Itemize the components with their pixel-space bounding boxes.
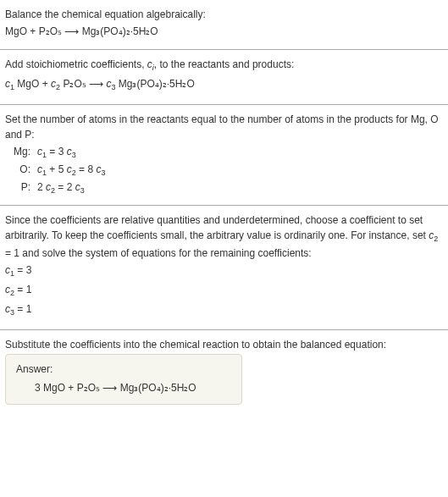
row-mg: Mg: c1 = 3 c3 — [5, 144, 108, 162]
t: = 8 — [76, 163, 97, 175]
atom-balance-table: Mg: c1 = 3 c3 O: c1 + 5 c2 = 8 c3 P: 2 c… — [5, 144, 108, 197]
section-solve: Since the coefficients are relative quan… — [0, 206, 448, 330]
stoich-intro: Add stoichiometric coefficients, ci, to … — [5, 57, 443, 75]
label-p: P: — [5, 179, 34, 197]
answer-intro: Substitute the coefficients into the che… — [5, 337, 443, 352]
eq-p: 2 c2 = 2 c3 — [34, 179, 108, 197]
t: 2 — [37, 181, 46, 193]
t: Since the coefficients are relative quan… — [5, 214, 429, 241]
sub: 2 — [434, 235, 438, 244]
t: = 1 — [14, 284, 31, 295]
text: Add stoichiometric coefficients, — [5, 58, 147, 70]
label-o: O: — [5, 162, 34, 179]
t: = 1 — [14, 303, 31, 315]
sub: 3 — [72, 151, 76, 159]
text: Mg₃(PO₄)₂·5H₂O — [115, 78, 194, 90]
problem-prompt: Balance the chemical equation algebraica… — [5, 7, 443, 22]
t: = 2 — [55, 181, 75, 193]
stoich-equation: c1 MgO + c2 P₂O₅ ⟶ c3 Mg₃(PO₄)₂·5H₂O — [5, 76, 443, 94]
document-root: Balance the chemical equation algebraica… — [0, 0, 448, 413]
t: = 3 — [14, 264, 31, 276]
section-answer: Substitute the coefficients into the che… — [0, 330, 448, 413]
text: P₂O₅ ⟶ — [60, 78, 106, 90]
row-p: P: 2 c2 = 2 c3 — [5, 179, 108, 197]
text: MgO + — [14, 78, 51, 90]
sub: 3 — [80, 186, 85, 195]
eq-mg: c1 = 3 c3 — [34, 144, 108, 162]
answer-box: Answer: 3 MgO + P₂O₅ ⟶ Mg₃(PO₄)₂·5H₂O — [5, 354, 242, 405]
text: , to the reactants and products: — [154, 58, 294, 70]
sub: 3 — [101, 168, 105, 177]
section-atom-balance: Set the number of atoms in the reactants… — [0, 105, 448, 207]
section-problem: Balance the chemical equation algebraica… — [0, 0, 448, 50]
label-mg: Mg: — [5, 144, 34, 162]
problem-equation: MgO + P₂O₅ ⟶ Mg₃(PO₄)₂·5H₂O — [5, 24, 443, 39]
eq-c1: c1 = 3 — [5, 262, 443, 280]
eq-c3: c3 = 1 — [5, 301, 443, 319]
row-o: O: c1 + 5 c2 = 8 c3 — [5, 162, 108, 179]
answer-equation: 3 MgO + P₂O₅ ⟶ Mg₃(PO₄)₂·5H₂O — [16, 380, 231, 395]
eq-o: c1 + 5 c2 = 8 c3 — [34, 162, 108, 179]
answer-label: Answer: — [16, 362, 231, 377]
t: = 3 — [47, 146, 67, 157]
atom-balance-intro: Set the number of atoms in the reactants… — [5, 112, 443, 142]
solve-intro: Since the coefficients are relative quan… — [5, 213, 443, 261]
eq-c2: c2 = 1 — [5, 282, 443, 300]
section-stoichiometric: Add stoichiometric coefficients, ci, to … — [0, 50, 448, 105]
t: = 1 and solve the system of equations fo… — [5, 247, 312, 259]
t: + 5 — [47, 163, 67, 175]
